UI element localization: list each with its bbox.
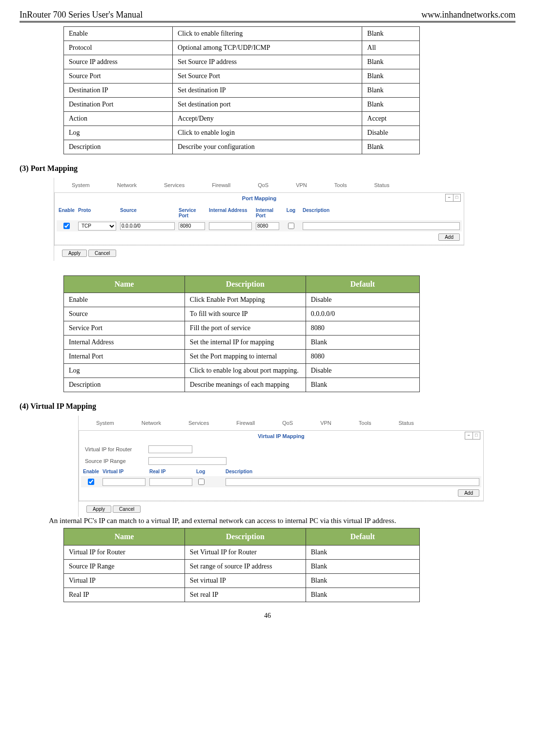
window-controls[interactable]: −□ — [465, 432, 480, 440]
internal-port-input[interactable] — [256, 222, 279, 230]
log-checkbox[interactable] — [198, 479, 205, 485]
col-enable: Enable — [81, 469, 101, 474]
tab-network[interactable]: Network — [128, 420, 175, 426]
table-row: LogClick to enable loginDisable — [64, 126, 420, 140]
tab-qos[interactable]: QoS — [268, 420, 307, 426]
cancel-button[interactable]: Cancel — [113, 505, 141, 513]
add-button[interactable]: Add — [438, 233, 460, 241]
table-cell: Set Source Port — [172, 69, 362, 84]
section-4-heading: (4) Virtual IP Mapping — [20, 402, 515, 411]
table-cell: Blank — [362, 140, 420, 154]
table-cell: Disable — [306, 364, 419, 378]
table-cell: Virtual IP — [64, 574, 185, 588]
manual-title: InRouter 700 Series User's Manual — [20, 10, 143, 20]
th-default: Default — [306, 528, 419, 546]
table-cell: Set virtual IP — [185, 574, 306, 588]
enable-checkbox[interactable] — [63, 223, 70, 229]
table-row: Service PortFill the port of service8080 — [64, 321, 420, 336]
table-cell: Fill the port of service — [185, 321, 306, 336]
table-cell: Accept/Deny — [172, 112, 362, 126]
tab-tools[interactable]: Tools — [345, 420, 385, 426]
tab-system[interactable]: System — [58, 182, 103, 188]
tab-status[interactable]: Status — [360, 182, 403, 188]
th-default: Default — [306, 276, 419, 293]
table-cell: Accept — [362, 112, 420, 126]
virtual-ip-input[interactable] — [103, 478, 145, 486]
table-cell: Set Virtual IP for Router — [185, 546, 306, 560]
tab-vpn[interactable]: VPN — [282, 182, 321, 188]
tab-services[interactable]: Services — [175, 420, 223, 426]
col-proto: Proto — [76, 208, 118, 218]
log-checkbox[interactable] — [288, 223, 294, 229]
tab-qos[interactable]: QoS — [244, 182, 282, 188]
table-cell: Description — [64, 378, 185, 392]
tab-network[interactable]: Network — [103, 182, 150, 188]
col-internal-address: Internal Address — [207, 208, 254, 218]
table-row: ActionAccept/DenyAccept — [64, 112, 420, 126]
table-cell: Protocol — [64, 41, 173, 55]
virtual-ip-params-table: Name Description Default Virtual IP for … — [63, 528, 420, 602]
table-cell: Source IP address — [64, 55, 173, 69]
section-3-heading: (3) Port Mapping — [20, 164, 515, 173]
table-cell: Set real IP — [185, 588, 306, 602]
real-ip-input[interactable] — [149, 478, 192, 486]
table-cell: Set the Port mapping to internal — [185, 350, 306, 364]
tab-firewall[interactable]: Firewall — [198, 182, 244, 188]
panel-title-text: Virtual IP Mapping — [258, 433, 305, 439]
table-cell: Blank — [362, 27, 420, 41]
internal-address-input[interactable] — [209, 222, 252, 230]
description-input[interactable] — [226, 478, 479, 486]
table-row: Real IPSet real IPBlank — [64, 588, 420, 602]
panel-title-text: Port Mapping — [242, 195, 276, 201]
vip-router-input[interactable] — [148, 445, 192, 453]
tab-status[interactable]: Status — [385, 420, 427, 426]
window-controls[interactable]: −□ — [445, 194, 461, 202]
th-name: Name — [64, 276, 185, 293]
source-input[interactable] — [120, 222, 175, 230]
table-row: LogClick to enable log about port mappin… — [64, 364, 420, 378]
table-cell: Describe your configuration — [172, 140, 362, 154]
table-cell: 8080 — [306, 321, 419, 336]
col-description: Description — [301, 208, 462, 218]
source-ip-range-input[interactable] — [148, 457, 226, 465]
table-row: Source IP RangeSet range of source IP ad… — [64, 560, 420, 574]
table-row: Internal AddressSet the internal IP for … — [64, 336, 420, 350]
tab-services[interactable]: Services — [150, 182, 198, 188]
table-cell: Disable — [306, 293, 419, 307]
service-port-input[interactable] — [179, 222, 205, 230]
filtering-params-table: EnableClick to enable filteringBlankProt… — [63, 26, 420, 154]
tab-tools[interactable]: Tools — [321, 182, 361, 188]
site-url: www.inhandnetworks.com — [421, 10, 515, 20]
table-cell: Virtual IP for Router — [64, 546, 185, 560]
table-cell: Blank — [306, 560, 419, 574]
table-cell: Action — [64, 112, 173, 126]
table-cell: Click Enable Port Mapping — [185, 293, 306, 307]
description-input[interactable] — [303, 222, 460, 230]
proto-select[interactable]: TCP — [78, 222, 116, 231]
table-row: Destination IPSet destination IPBlank — [64, 84, 420, 98]
tab-system[interactable]: System — [82, 420, 128, 426]
apply-button[interactable]: Apply — [86, 505, 111, 513]
col-source: Source — [118, 208, 177, 218]
table-cell: Blank — [306, 336, 419, 350]
table-cell: Blank — [362, 55, 420, 69]
table-cell: Set Source IP address — [172, 55, 362, 69]
page-header: InRouter 700 Series User's Manual www.in… — [20, 10, 515, 22]
table-cell: Real IP — [64, 588, 185, 602]
tab-vpn[interactable]: VPN — [307, 420, 345, 426]
table-cell: Blank — [362, 98, 420, 112]
table-cell: Blank — [362, 84, 420, 98]
panel-title: Port Mapping −□ — [54, 192, 464, 204]
table-cell: Description — [64, 140, 173, 154]
table-cell: Service Port — [64, 321, 185, 336]
vip-grid-header: Enable Virtual IP Real IP Log Descriptio… — [81, 467, 481, 476]
enable-checkbox[interactable] — [88, 479, 94, 485]
table-row: EnableClick to enable filteringBlank — [64, 27, 420, 41]
apply-button[interactable]: Apply — [62, 250, 87, 257]
port-mapping-screenshot: System Network Services Firewall QoS VPN… — [54, 178, 515, 261]
add-button[interactable]: Add — [458, 489, 479, 497]
table-cell: Click to enable log about port mapping. — [185, 364, 306, 378]
tab-firewall[interactable]: Firewall — [223, 420, 268, 426]
table-cell: Destination IP — [64, 84, 173, 98]
cancel-button[interactable]: Cancel — [88, 250, 116, 257]
